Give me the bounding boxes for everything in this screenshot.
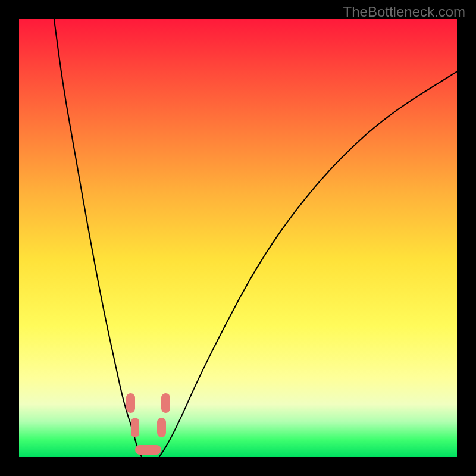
left-curve-path — [54, 19, 142, 457]
left-tick-upper — [126, 393, 135, 413]
curve-layer — [19, 19, 457, 457]
right-curve-path — [159, 71, 457, 457]
watermark-text: TheBottleneck.com — [343, 4, 465, 20]
right-tick-upper — [161, 393, 170, 413]
plot-area — [19, 19, 457, 457]
right-tick-lower — [157, 418, 166, 437]
chart-frame: TheBottleneck.com — [0, 0, 476, 476]
left-tick-lower — [131, 418, 140, 437]
bottom-bar — [135, 445, 161, 455]
